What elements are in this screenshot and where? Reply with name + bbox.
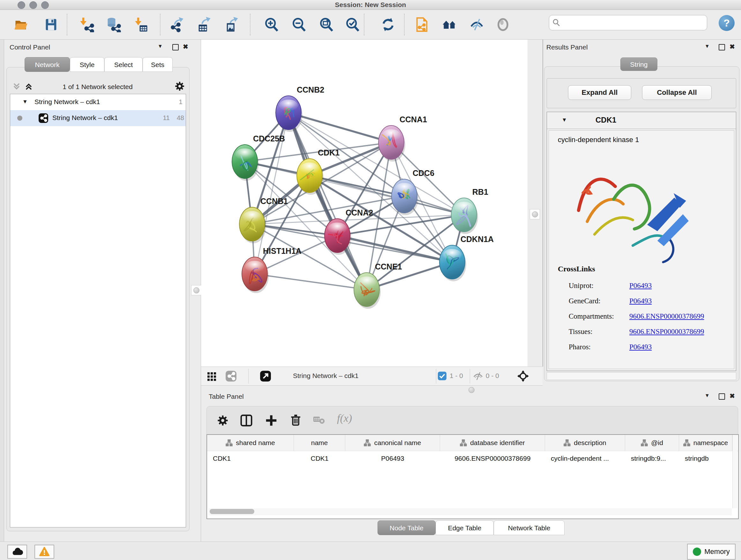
column-header-canonical-name[interactable]: canonical name	[345, 435, 440, 451]
hidden-eye-slash-icon[interactable]	[473, 372, 483, 381]
network-node-ccnb2[interactable]: CCNB2	[276, 85, 324, 132]
tab-string[interactable]: String	[620, 57, 657, 71]
string-view-icon[interactable]	[225, 370, 237, 382]
tab-style[interactable]: Style	[70, 57, 105, 72]
right-splitter[interactable]	[528, 40, 543, 367]
string-document-icon[interactable]	[414, 17, 429, 32]
table-row[interactable]: CDK1CDK1P064939606.ENSP00000378699cyclin…	[207, 451, 738, 466]
table-panel-menu-icon[interactable]: ▼	[704, 393, 710, 398]
network-node-ccne1[interactable]: CCNE1	[354, 262, 402, 309]
results-panel-float-icon[interactable]	[719, 44, 725, 51]
gene-collapse-arrow-icon[interactable]: ▼	[562, 117, 567, 123]
zoom-selected-icon[interactable]	[345, 17, 360, 32]
table-cell[interactable]: stringdb:9...	[625, 451, 679, 466]
warnings-button[interactable]	[35, 545, 54, 559]
zoom-fit-icon[interactable]	[319, 17, 334, 32]
function-builder-icon[interactable]: f(x)	[337, 412, 352, 424]
table-panel-close-icon[interactable]: ✖	[730, 392, 735, 400]
network-node-rb1[interactable]: RB1	[451, 187, 488, 234]
gear-icon[interactable]	[175, 81, 185, 91]
table-cell[interactable]: 9606.ENSP00000378699	[440, 451, 545, 466]
collapse-all-button[interactable]: Collapse All	[642, 85, 712, 100]
table-h-scrollbar[interactable]	[208, 508, 732, 515]
export-table-icon[interactable]	[197, 17, 212, 32]
export-network-icon[interactable]	[170, 17, 185, 32]
import-database-icon[interactable]	[106, 17, 121, 32]
gene-section-header[interactable]: ▼ CDK1	[547, 112, 736, 129]
hide-panel-eye-icon[interactable]	[469, 17, 484, 32]
table-cell[interactable]: P06493	[345, 451, 440, 466]
network-node-ccnb1[interactable]: CCNB1	[239, 197, 288, 243]
refresh-icon[interactable]	[381, 17, 396, 32]
export-image-icon[interactable]	[224, 17, 239, 32]
results-scrollbar[interactable]	[547, 372, 736, 380]
grid-view-icon[interactable]	[207, 371, 217, 381]
tab-sets[interactable]: Sets	[143, 57, 173, 72]
birds-eye-view-icon[interactable]	[260, 370, 271, 382]
network-node-ccna1[interactable]: CCNA1	[379, 115, 427, 162]
column-header-label: canonical name	[374, 439, 421, 447]
memory-button[interactable]: Memory	[687, 544, 736, 560]
zoom-out-icon[interactable]	[292, 17, 307, 32]
column-header-name[interactable]: name	[294, 435, 345, 451]
column-header-namespace[interactable]: namespace	[679, 435, 732, 451]
show-panel-eye-icon[interactable]	[495, 17, 511, 32]
tab-node-table[interactable]: Node Table	[378, 520, 435, 535]
column-header--id[interactable]: @id	[625, 435, 679, 451]
expand-all-button[interactable]: Expand All	[568, 85, 631, 100]
help-icon[interactable]: ?	[719, 15, 735, 31]
import-table-icon[interactable]	[134, 17, 149, 32]
results-panel-close-icon[interactable]: ✖	[730, 43, 735, 51]
table-v-scrollbar[interactable]	[732, 435, 737, 508]
delete-column-trash-icon[interactable]	[289, 414, 302, 426]
table-gear-icon[interactable]	[217, 415, 228, 426]
network-canvas[interactable]: CCNB2CCNA1CDC25BCDK1CDC6RB1CCNB1CCNA2CDK…	[201, 40, 528, 367]
delete-table-icon[interactable]	[313, 415, 326, 425]
control-panel-close-icon[interactable]: ✖	[183, 43, 188, 51]
left-splitter-handle[interactable]	[191, 285, 201, 295]
network-node-hist1h1a[interactable]: HIST1H1A	[242, 246, 301, 293]
tab-edge-table[interactable]: Edge Table	[435, 520, 494, 535]
toolbar-separator	[160, 14, 160, 36]
table-cell[interactable]: stringdb	[679, 451, 732, 466]
crosslink-value-link[interactable]: 9606.ENSP00000378699	[629, 312, 704, 320]
crosslink-value-link[interactable]: P06493	[629, 297, 652, 305]
save-session-icon[interactable]	[44, 17, 59, 32]
column-header-database-identifier[interactable]: database identifier	[440, 435, 545, 451]
home-icon[interactable]	[442, 17, 457, 32]
crosslink-value-link[interactable]: 9606.ENSP00000378699	[629, 327, 704, 336]
tab-select[interactable]: Select	[105, 57, 143, 72]
cloud-status-button[interactable]	[7, 545, 27, 559]
tree-expand-arrow-icon[interactable]: ▼	[22, 99, 28, 105]
table-cell[interactable]: cyclin-dependent ...	[545, 451, 625, 466]
search-input[interactable]	[563, 17, 705, 28]
column-header-shared-name[interactable]: shared name	[207, 435, 294, 451]
table-cell[interactable]: CDK1	[294, 451, 345, 466]
control-panel-menu-icon[interactable]: ▼	[158, 44, 163, 49]
tab-network[interactable]: Network	[24, 57, 70, 72]
table-h-scrollbar-thumb[interactable]	[210, 509, 254, 514]
results-panel-menu-icon[interactable]: ▼	[704, 44, 710, 49]
network-row-selected[interactable]: String Network – cdk1 11 48	[10, 110, 186, 126]
fit-crosshair-icon[interactable]	[517, 370, 529, 382]
add-column-icon[interactable]	[265, 414, 278, 427]
control-panel-float-icon[interactable]	[172, 44, 179, 51]
zoom-in-icon[interactable]	[264, 17, 280, 32]
tab-network-table[interactable]: Network Table	[494, 520, 564, 535]
right-splitter-handle[interactable]	[530, 209, 540, 219]
network-node-cdkn1a[interactable]: CDKN1A	[440, 235, 494, 281]
crosslink-value-link[interactable]: P06493	[629, 343, 652, 351]
table-panel-float-icon[interactable]	[719, 393, 725, 400]
selected-checkbox-icon[interactable]	[438, 372, 447, 380]
open-session-icon[interactable]	[13, 17, 29, 32]
gene-description: cyclin-dependent kinase 1	[558, 136, 639, 144]
table-cell[interactable]: CDK1	[207, 451, 294, 466]
column-header-description[interactable]: description	[545, 435, 625, 451]
network-collection-row[interactable]: ▼ String Network – cdk1 1	[10, 94, 186, 110]
node-label: CCNA2	[346, 208, 373, 217]
import-network-icon[interactable]	[79, 17, 94, 32]
crosslink-value-link[interactable]: P06493	[629, 282, 652, 290]
network-node-cdc6[interactable]: CDC6	[392, 169, 434, 215]
window-title: Session: New Session	[0, 1, 741, 9]
show-columns-icon[interactable]	[240, 414, 253, 427]
